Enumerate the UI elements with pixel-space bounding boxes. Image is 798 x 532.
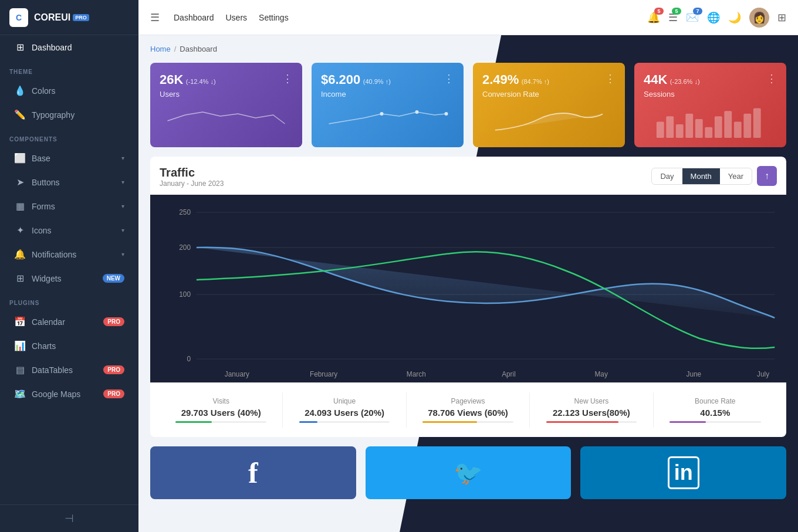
newusers-bar-fill — [546, 421, 619, 423]
stat-card-sessions: 44K (-23.6% ↓) ⋮ Sessions — [634, 63, 786, 147]
sidebar-item-widgets[interactable]: ⊞ Widgets NEW — [5, 267, 134, 290]
conversion-chart — [482, 103, 616, 138]
stat-card-header: 2.49% (84.7% ↑) ⋮ — [482, 72, 616, 87]
nav-settings[interactable]: Settings — [259, 13, 289, 22]
income-menu[interactable]: ⋮ — [444, 72, 454, 85]
twitter-icon: 🐦 — [454, 459, 483, 487]
svg-text:February: February — [310, 370, 337, 378]
sidebar-googlemaps-label: Google Maps — [32, 389, 100, 399]
traffic-section: Traffic January - June 2023 Day Month Ye… — [150, 157, 786, 437]
btn-year[interactable]: Year — [720, 168, 752, 184]
sidebar-typography-label: Typography — [32, 110, 124, 120]
svg-text:July: July — [757, 370, 769, 378]
newusers-label: New Users — [535, 397, 648, 405]
icons-icon: ✦ — [14, 225, 26, 236]
conversion-change: (84.7% ↑) — [522, 78, 549, 85]
sidebar-logo: C COREUI PRO — [0, 0, 138, 35]
svg-rect-6 — [685, 114, 693, 138]
section-label-plugins: PLUGINS — [0, 290, 138, 310]
sidebar-item-buttons[interactable]: ➤ Buttons ▾ — [5, 171, 134, 194]
nav-users[interactable]: Users — [226, 13, 248, 22]
svg-rect-3 — [657, 122, 664, 138]
btn-month[interactable]: Month — [682, 168, 720, 184]
conversion-value: 2.49% — [482, 72, 519, 87]
tasks-badge: 5 — [672, 8, 681, 15]
users-value: 26K — [160, 72, 183, 87]
facebook-icon: f — [248, 456, 258, 490]
svg-rect-11 — [734, 122, 742, 138]
user-avatar[interactable]: 👩 — [749, 8, 769, 28]
sidebar-item-dashboard[interactable]: ⊞ Dashboard — [5, 36, 134, 59]
buttons-icon: ➤ — [14, 177, 26, 188]
sidebar-charts-label: Charts — [32, 341, 124, 351]
sidebar-forms-label: Forms — [32, 202, 121, 211]
chart-area: 250 200 100 0 January February March Apr… — [150, 195, 786, 382]
svg-rect-5 — [676, 124, 684, 138]
stat-card-income: $6.200 (40.9% ↑) ⋮ Income — [312, 63, 464, 147]
nav-dashboard[interactable]: Dashboard — [174, 13, 214, 22]
chevron-icon: ▾ — [121, 251, 124, 257]
svg-rect-7 — [695, 119, 703, 138]
sidebar-item-googlemaps[interactable]: 🗺️ Google Maps PRO — [5, 382, 134, 405]
stat-card-conversion: 2.49% (84.7% ↑) ⋮ Conversion Rate — [473, 63, 625, 147]
stat-newusers: New Users 22.123 Users(80%) — [530, 392, 653, 428]
language-button[interactable]: 🌐 — [707, 11, 720, 24]
sidebar-item-datatables[interactable]: ▤ DataTables PRO — [5, 358, 134, 381]
apps-button[interactable]: ⊞ — [777, 11, 786, 24]
chevron-icon: ▾ — [121, 155, 124, 161]
stat-bouncerate: Bounce Rate 40.15% — [654, 392, 777, 428]
users-menu[interactable]: ⋮ — [282, 72, 293, 85]
tasks-button[interactable]: ☰ 5 — [668, 11, 678, 24]
breadcrumb-current: Dashboard — [180, 45, 217, 53]
sidebar-calendar-label: Calendar — [32, 317, 100, 327]
content-area: Home / Dashboard 26K (-12.4% ↓) ⋮ — [138, 35, 798, 532]
sidebar-colors-label: Colors — [32, 86, 124, 96]
svg-point-2 — [445, 112, 448, 116]
btn-day[interactable]: Day — [652, 168, 682, 184]
sidebar-item-calendar[interactable]: 📅 Calendar PRO — [5, 310, 134, 333]
sidebar-widgets-label: Widgets — [32, 274, 99, 283]
linkedin-card: in — [580, 446, 786, 499]
widgets-icon: ⊞ — [14, 273, 26, 284]
income-label: Income — [321, 90, 454, 99]
stat-card-value-wrap: 44K (-23.6% ↓) — [644, 72, 700, 87]
datatables-badge: PRO — [103, 365, 124, 374]
sidebar-item-typography[interactable]: ✏️ Typography — [5, 103, 134, 126]
logo-icon: C — [9, 8, 28, 27]
sidebar-collapse-button[interactable]: ⊣ — [9, 512, 129, 525]
breadcrumb-home[interactable]: Home — [150, 45, 171, 53]
forms-icon: ▦ — [14, 201, 26, 212]
sidebar-item-colors[interactable]: 💧 Colors — [5, 79, 134, 102]
conversion-menu[interactable]: ⋮ — [605, 72, 616, 85]
upload-button[interactable]: ↑ — [757, 166, 777, 186]
svg-text:100: 100 — [179, 290, 191, 299]
sidebar-item-notifications[interactable]: 🔔 Notifications ▾ — [5, 243, 134, 266]
logo-text: COREUI — [34, 12, 70, 23]
theme-button[interactable]: 🌙 — [728, 11, 741, 24]
newusers-bar — [546, 421, 637, 423]
hamburger-button[interactable]: ☰ — [150, 11, 160, 24]
logo-badge: PRO — [73, 14, 89, 21]
svg-text:April: April — [502, 370, 516, 378]
sidebar: C COREUI PRO ⊞ Dashboard THEME 💧 Colors … — [0, 0, 138, 532]
traffic-header: Traffic January - June 2023 Day Month Ye… — [150, 157, 786, 195]
notifications-button[interactable]: 🔔 5 — [647, 11, 660, 24]
maps-icon: 🗺️ — [14, 388, 26, 399]
email-button[interactable]: ✉️ 7 — [686, 11, 699, 24]
header: ☰ Dashboard Users Settings 🔔 5 ☰ 5 ✉️ 7 … — [138, 0, 798, 35]
stat-pageviews: Pageviews 78.706 Views (60%) — [407, 392, 530, 428]
sidebar-item-forms[interactable]: ▦ Forms ▾ — [5, 195, 134, 218]
stat-card-value-wrap: 2.49% (84.7% ↑) — [482, 72, 549, 87]
sidebar-item-base[interactable]: ⬜ Base ▾ — [5, 147, 134, 170]
sidebar-item-icons[interactable]: ✦ Icons ▾ — [5, 219, 134, 242]
sidebar-item-charts[interactable]: 📊 Charts — [5, 334, 134, 357]
sidebar-buttons-label: Buttons — [32, 178, 121, 187]
chevron-icon: ▾ — [121, 227, 124, 233]
svg-rect-10 — [724, 111, 732, 138]
sessions-menu[interactable]: ⋮ — [766, 72, 777, 85]
sidebar-icons-label: Icons — [32, 226, 121, 235]
sessions-label: Sessions — [644, 90, 777, 99]
traffic-subtitle: January - June 2023 — [160, 179, 224, 188]
svg-text:200: 200 — [179, 243, 191, 252]
sidebar-datatables-label: DataTables — [32, 365, 100, 375]
